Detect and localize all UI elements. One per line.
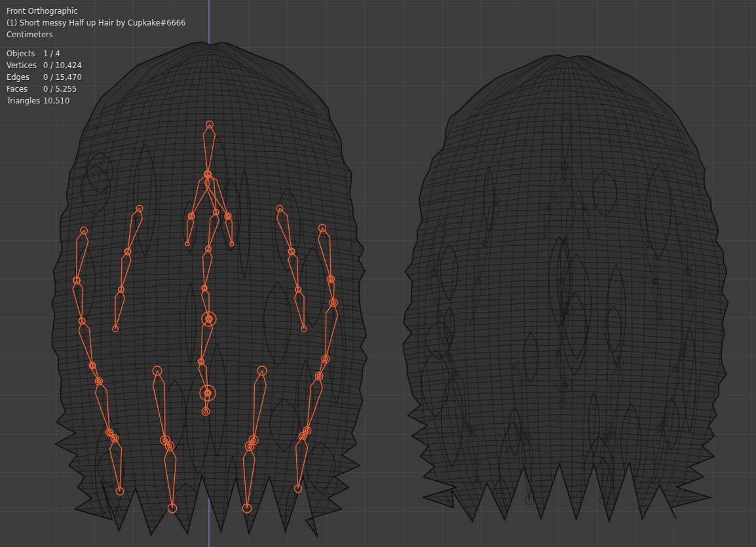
3d-viewport[interactable]: Front Orthographic (1) Short messy Half … (0, 0, 756, 547)
stats-row: Faces 0 / 5,255 (7, 83, 185, 95)
stats-row: Edges 0 / 15,470 (7, 71, 185, 83)
stats-label: Faces (7, 83, 43, 95)
viewport-text-overlay: Front Orthographic (1) Short messy Half … (7, 5, 185, 107)
stats-label: Edges (7, 71, 43, 83)
hair-mesh-right[interactable] (400, 55, 732, 547)
unit-label: Centimeters (7, 29, 185, 41)
stats-row: Triangles 10,510 (7, 95, 185, 107)
scene-statistics: Objects 1 / 4 Vertices 0 / 10,424 Edges … (7, 48, 185, 107)
stats-value: 1 / 4 (43, 48, 60, 60)
stats-value: 10,510 (43, 95, 69, 107)
stats-row: Vertices 0 / 10,424 (7, 60, 185, 71)
stats-row: Objects 1 / 4 (7, 48, 185, 60)
stats-value: 0 / 15,470 (43, 71, 82, 83)
stats-label: Vertices (7, 60, 43, 71)
stats-label: Triangles (7, 95, 43, 107)
hair-mesh-left[interactable] (49, 42, 371, 547)
stats-value: 0 / 5,255 (43, 83, 77, 95)
view-name-label: Front Orthographic (7, 5, 185, 17)
stats-label: Objects (7, 48, 43, 60)
stats-value: 0 / 10,424 (43, 60, 82, 71)
active-object-label: (1) Short messy Half up Hair by Cupkake#… (7, 17, 185, 29)
